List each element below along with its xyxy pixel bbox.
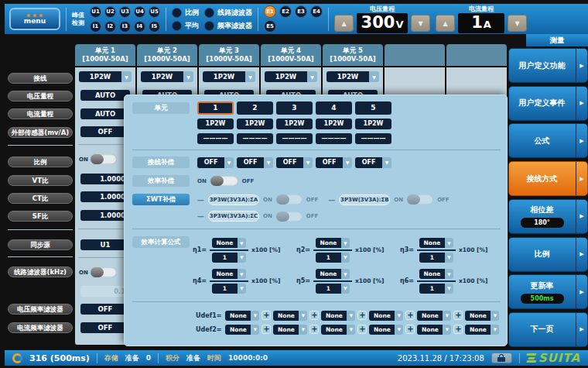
update-rate-button[interactable]: 更新率 500ms ▶	[508, 274, 588, 309]
next-page-button[interactable]: 下一页 ▶	[508, 312, 588, 347]
eta4-denominator-dropdown[interactable]: 1▼	[212, 284, 246, 294]
eta3-numerator-dropdown[interactable]: None▼	[419, 238, 453, 248]
unit1-wiring-dropdown[interactable]: 1P2W▼	[79, 71, 132, 82]
menu-button[interactable]: menu	[9, 8, 60, 30]
lock-button[interactable]	[491, 353, 512, 363]
udef2-term1-dropdown[interactable]: None▼	[225, 325, 259, 335]
eta6-numerator-dropdown[interactable]: None▼	[419, 269, 453, 279]
udef1-term6-dropdown[interactable]: None▼	[465, 311, 499, 321]
unit1-ratio-toggle[interactable]	[91, 154, 117, 164]
udef2-term5-dropdown[interactable]: None▼	[417, 325, 451, 335]
unit1-ct-value[interactable]: 1.0000	[80, 191, 130, 202]
wiring-pattern-button-2[interactable]: ————	[237, 133, 273, 144]
unit1-current-range-button[interactable]: AUTO	[80, 108, 130, 119]
wiring-pattern-button-3[interactable]: ————	[276, 133, 313, 144]
udef2-term6-dropdown[interactable]: None▼	[465, 325, 499, 335]
unit3-wiring-dropdown[interactable]: 1P2W▼	[203, 71, 255, 82]
eta5-numerator-dropdown[interactable]: None▼	[316, 269, 350, 279]
udef2-plus2-button[interactable]: +	[309, 325, 319, 334]
unit1-vt-value[interactable]: 1.0000	[80, 174, 130, 184]
udef1-term2-dropdown[interactable]: None▼	[273, 311, 307, 321]
swt-item-a-button[interactable]: 3P3W(3V3A):ΣA	[208, 194, 259, 205]
wiring-type-button-2[interactable]: 1P2W	[237, 119, 273, 129]
nav-voltage-range[interactable]: 电压量程	[8, 91, 73, 101]
wiring-type-button-1[interactable]: 1P2W	[197, 119, 234, 129]
nav-ext-sensor[interactable]: 外部传感器(mv/A)	[8, 127, 73, 138]
unit1-ext-sensor-button[interactable]: OFF	[80, 126, 130, 137]
udef1-plus2-button[interactable]: +	[309, 311, 319, 320]
wiring-type-button-3[interactable]: 1P2W	[276, 119, 313, 129]
unit1-u-freq-filter-button[interactable]: OFF	[80, 304, 130, 315]
nav-sync-source[interactable]: 同步源	[8, 239, 73, 250]
wiring-comp-dropdown-2[interactable]: OFF▼	[237, 157, 273, 168]
eta1-numerator-dropdown[interactable]: None▼	[212, 238, 246, 248]
swt-item-c-button[interactable]: 3P3W(3V3A):ΣC	[208, 211, 259, 222]
udef2-term3-dropdown[interactable]: None▼	[321, 325, 355, 335]
udef2-plus5-button[interactable]: +	[453, 325, 463, 334]
nav-ratio[interactable]: 比例	[8, 156, 73, 167]
nav-line-filter[interactable]: 线路滤波器(kHz)	[8, 267, 73, 277]
nav-current-range[interactable]: 电流量程	[8, 108, 73, 119]
udef2-term2-dropdown[interactable]: None▼	[273, 325, 307, 335]
eta5-denominator-dropdown[interactable]: 1▼	[316, 284, 350, 294]
unit1-sf-value[interactable]: 1.0000	[80, 210, 130, 221]
nav-u-freq-filter[interactable]: 电压频率滤波器	[8, 304, 73, 315]
nav-wiring[interactable]: 接线	[8, 73, 73, 84]
phase-diff-button[interactable]: 相位差 180° ▶	[508, 199, 588, 234]
wiring-mode-button-active[interactable]: 接线方式 ▶	[508, 161, 588, 196]
udef2-term4-dropdown[interactable]: None▼	[369, 325, 403, 335]
user-func-button[interactable]: 用户定义功能 ▶	[508, 48, 588, 83]
unit-button-2[interactable]: 2	[237, 101, 273, 115]
voltage-range-down-button[interactable]: ▼	[411, 15, 430, 32]
wiring-comp-dropdown-3[interactable]: OFF▼	[276, 157, 313, 168]
unit5-wiring-dropdown[interactable]: 1P2W▼	[326, 71, 379, 82]
unit1-line-filter-toggle[interactable]	[91, 267, 117, 277]
udef1-term1-dropdown[interactable]: None▼	[225, 311, 259, 321]
unit4-wiring-dropdown[interactable]: 1P2W▼	[265, 71, 317, 82]
ratio-button[interactable]: 比例 ▶	[508, 237, 588, 272]
wiring-pattern-button-1[interactable]: ————	[197, 133, 234, 144]
eta6-denominator-dropdown[interactable]: 1▼	[419, 284, 453, 294]
unit-button-4[interactable]: 4	[316, 101, 352, 115]
wiring-comp-dropdown-5[interactable]: OFF▼	[355, 157, 391, 168]
wiring-type-button-4[interactable]: 1P2W	[316, 119, 352, 129]
wiring-pattern-button-4[interactable]: ————	[316, 133, 352, 144]
wiring-pattern-button-5[interactable]: ————	[355, 133, 391, 144]
udef1-plus4-button[interactable]: +	[405, 311, 415, 320]
nav-ct-ratio[interactable]: CT比	[8, 193, 73, 204]
unit1-i-freq-filter-button[interactable]: OFF	[80, 322, 130, 333]
udef2-plus4-button[interactable]: +	[405, 325, 415, 334]
user-event-button[interactable]: 用户定义事件 ▶	[508, 86, 588, 121]
udef2-plus1-button[interactable]: +	[262, 325, 271, 334]
eff-comp-toggle[interactable]	[210, 176, 238, 186]
udef1-plus1-button[interactable]: +	[262, 311, 271, 320]
current-range-up-button[interactable]: ▲	[436, 15, 455, 32]
unit-button-1-selected[interactable]: 1	[197, 101, 234, 115]
eta3-denominator-dropdown[interactable]: 1▼	[419, 253, 453, 263]
eta1-denominator-dropdown[interactable]: 1▼	[212, 253, 246, 263]
nav-vt-ratio[interactable]: VT比	[8, 175, 73, 186]
udef1-term5-dropdown[interactable]: None▼	[417, 311, 451, 321]
unit1-sync-source-button[interactable]: U1	[80, 239, 130, 250]
formula-button[interactable]: 公式 ▶	[508, 123, 588, 158]
current-range-down-button[interactable]: ▼	[508, 15, 527, 32]
eta2-denominator-dropdown[interactable]: 1▼	[316, 253, 350, 263]
voltage-range-up-button[interactable]: ▲	[334, 15, 354, 32]
udef1-plus5-button[interactable]: +	[453, 311, 463, 320]
wiring-type-button-5[interactable]: 1P2W	[355, 119, 391, 129]
udef1-term3-dropdown[interactable]: None▼	[321, 311, 355, 321]
wiring-comp-dropdown-1[interactable]: OFF▼	[197, 157, 234, 168]
unit1-voltage-range-button[interactable]: AUTO	[80, 90, 130, 101]
nav-i-freq-filter[interactable]: 电流频率滤波器	[8, 322, 73, 333]
eta4-numerator-dropdown[interactable]: None▼	[212, 269, 246, 279]
udef2-plus3-button[interactable]: +	[357, 325, 367, 334]
unit2-wiring-dropdown[interactable]: 1P2W▼	[141, 71, 193, 82]
unit-button-3[interactable]: 3	[276, 101, 313, 115]
udef1-plus3-button[interactable]: +	[357, 311, 367, 320]
eta2-numerator-dropdown[interactable]: None▼	[316, 238, 350, 248]
nav-sf-ratio[interactable]: SF比	[8, 211, 73, 222]
udef1-term4-dropdown[interactable]: None▼	[369, 311, 403, 321]
wiring-comp-dropdown-4[interactable]: OFF▼	[316, 157, 352, 168]
unit-button-5[interactable]: 5	[355, 101, 391, 115]
swt-item-b-button[interactable]: 3P3W(3V3A):ΣB	[339, 194, 390, 205]
